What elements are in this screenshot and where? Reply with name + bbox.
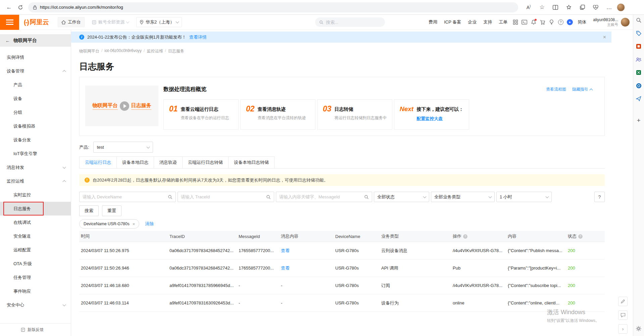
nav-link-ticket[interactable]: 工单 <box>499 19 507 25</box>
sidebar-search-icon[interactable] <box>635 17 642 23</box>
shopping-tag-icon[interactable] <box>635 30 642 37</box>
view-message-link[interactable]: 查看 <box>279 265 334 271</box>
breadcrumb-item[interactable]: iot-06z00c0h9r6voyy <box>104 48 142 54</box>
cloudshell-icon[interactable] <box>520 18 529 27</box>
breadcrumb-item[interactable]: 监控运维 <box>147 48 163 54</box>
favorites-bar-icon[interactable] <box>563 2 575 13</box>
view-flowchart-link[interactable]: 查看流程图 <box>546 87 566 92</box>
workbench-button[interactable]: 工作台 <box>58 17 85 27</box>
feedback-chat-icon[interactable] <box>618 310 628 320</box>
search-icon[interactable] <box>364 195 369 199</box>
help-button[interactable]: ? <box>594 192 605 202</box>
play-icon[interactable] <box>120 101 129 111</box>
read-aloud-icon[interactable]: A) <box>523 2 534 13</box>
hamburger-menu-icon[interactable] <box>0 15 19 30</box>
sidebar-item-online-debug[interactable]: 在线调试 <box>0 215 71 229</box>
m365-apps-icon[interactable] <box>635 43 642 50</box>
search-icon[interactable] <box>266 195 271 199</box>
sidebar-item-secure-tunnel[interactable]: 安全隧道 <box>0 229 71 243</box>
browser-menu-icon[interactable]: … <box>603 2 615 13</box>
sidebar-item-realtime-monitor[interactable]: 实时监控 <box>0 188 71 202</box>
url-bar[interactable]: https://iot.console.aliyun.com/lk/monito… <box>28 2 518 12</box>
breadcrumb-item[interactable]: 物联网平台 <box>79 48 99 54</box>
sidebar-item-ota-upgrade[interactable]: OTA 升级 <box>0 257 71 271</box>
announcement-detail-link[interactable]: 查看详情 <box>189 34 207 40</box>
sidebar-item-remote-config[interactable]: 远程配置 <box>0 243 71 257</box>
favorite-star-icon[interactable]: ☆ <box>536 2 548 13</box>
intro-video-thumbnail[interactable]: 物联网平台 日志服务 <box>85 86 158 126</box>
sidebar-item-instance-detail[interactable]: 实例详情 <box>0 50 71 64</box>
tab-device-local-log[interactable]: 设备本地日志 <box>116 156 154 168</box>
sidebar-item-iot-twin[interactable]: IoT孪生引擎 <box>0 147 71 160</box>
nav-link-icp[interactable]: ICP 备案 <box>444 19 461 25</box>
edit-pencil-icon[interactable] <box>618 297 628 306</box>
sidebar-item-devices[interactable]: 设备 <box>0 92 71 105</box>
info-icon[interactable]: ? <box>463 234 467 239</box>
nav-link-enterprise[interactable]: 企业 <box>468 19 477 25</box>
product-select[interactable]: test <box>93 142 153 153</box>
clear-filters-link[interactable]: 清除 <box>145 221 154 227</box>
feedback-button[interactable]: 新版反馈 <box>0 323 71 336</box>
sidebar-item-groups[interactable]: 分组 <box>0 105 71 119</box>
sidebar-group-monitoring-ops[interactable]: 监控运维 <box>0 174 71 188</box>
notification-bell-icon[interactable] <box>529 18 538 27</box>
tab-device-local-log-dump[interactable]: 设备本地日志转储 <box>228 156 275 168</box>
help-icon[interactable]: ? <box>556 18 565 27</box>
reset-button[interactable]: 重置 <box>102 205 121 216</box>
view-message-link[interactable]: 查看 <box>279 248 334 254</box>
add-sidebar-item-icon[interactable]: + <box>635 117 642 124</box>
sidebar-group-device-management[interactable]: 设备管理 <box>0 64 71 78</box>
browser-essentials-icon[interactable] <box>590 2 601 13</box>
refresh-icon[interactable] <box>15 2 26 13</box>
biz-type-select[interactable]: 全部业务类型 <box>431 192 495 202</box>
tab-cloud-run-log[interactable]: 云端运行日志 <box>79 156 117 168</box>
info-icon[interactable]: ? <box>578 234 583 239</box>
region-selector[interactable]: 华东2（上海） <box>136 17 182 27</box>
resource-scope-dropdown[interactable]: 账号全部资源 <box>92 19 129 25</box>
search-icon[interactable] <box>168 195 172 199</box>
nav-link-billing[interactable]: 费用 <box>429 19 437 25</box>
send-plane-icon[interactable] <box>635 95 642 102</box>
trace-id-input[interactable] <box>181 194 264 199</box>
configure-dashboard-link[interactable]: 配置监控大盘 <box>416 116 463 122</box>
tab-cloud-log-dump[interactable]: 云端运行日志转储 <box>182 156 229 168</box>
sidebar-item-log-service[interactable]: 日志服务 <box>0 202 71 215</box>
hide-guide-link[interactable]: 隐藏指引 <box>572 87 592 92</box>
sidebar-group-security-center[interactable]: 安全中心 <box>0 298 71 312</box>
collections-icon[interactable] <box>577 2 588 13</box>
sidebar-back-header[interactable]: ← 物联网平台 <box>0 34 71 47</box>
topbar-search-input[interactable] <box>326 20 373 25</box>
device-name-input[interactable] <box>83 194 166 199</box>
people-icon[interactable] <box>635 56 642 63</box>
sidebar-item-products[interactable]: 产品 <box>0 78 71 92</box>
globe-icon[interactable]: ✦ <box>565 18 574 27</box>
expand-arrow-icon[interactable]: › <box>618 324 628 334</box>
sidebar-item-device-distribution[interactable]: 设备分发 <box>0 133 71 147</box>
sidebar-group-message-forwarding[interactable]: 消息转发 <box>0 160 71 174</box>
remove-tag-icon[interactable]: × <box>133 222 135 227</box>
back-icon[interactable]: ← <box>3 2 15 13</box>
keyword-input[interactable] <box>279 194 362 199</box>
sidebar-item-task-management[interactable]: 任务管理 <box>0 271 71 284</box>
sidebar-item-event-response[interactable]: 事件响应 <box>0 284 71 298</box>
topbar-search[interactable] <box>315 17 385 27</box>
close-icon[interactable]: × <box>603 34 606 40</box>
lightbulb-icon[interactable] <box>547 18 556 27</box>
account-avatar[interactable] <box>621 18 630 27</box>
sidebar-item-device-simulator[interactable]: 设备模拟器 <box>0 119 71 133</box>
nav-link-support[interactable]: 支持 <box>483 19 492 25</box>
status-select[interactable]: 全部状态 <box>374 192 429 202</box>
search-button[interactable]: 搜索 <box>79 205 99 216</box>
tab-message-trace[interactable]: 消息轨迹 <box>154 156 183 168</box>
cart-icon[interactable] <box>538 18 547 27</box>
aliyun-logo[interactable]: (-) 阿里云 <box>24 18 49 27</box>
settings-gear-icon[interactable] <box>635 325 642 332</box>
time-range-select[interactable]: 1 小时 <box>496 192 552 202</box>
account-info[interactable]: aliyun98108... 主账号 <box>593 17 618 27</box>
browser-profile-avatar[interactable] <box>617 3 625 11</box>
apps-icon[interactable] <box>511 18 520 27</box>
split-screen-icon[interactable] <box>550 2 561 13</box>
outlook-icon[interactable] <box>635 82 642 89</box>
language-switcher[interactable]: 简体 <box>578 19 586 25</box>
excel-icon[interactable] <box>635 69 642 76</box>
